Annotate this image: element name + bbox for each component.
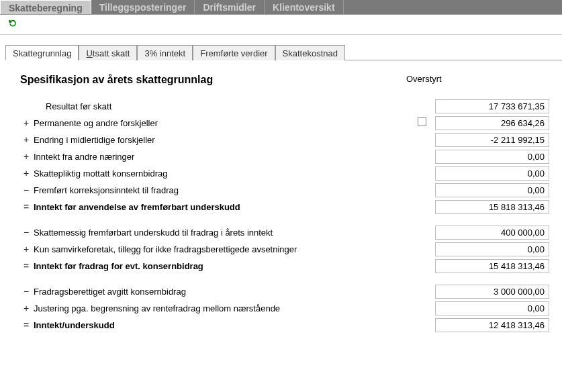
row-samvirkeforetak: + Kun samvirkeforetak, tillegg for ikke … [20,241,555,257]
label: Skattemessig fremførbart underskudd til … [32,228,408,238]
op: = [20,260,32,271]
label: Inntekt før fradrag for evt. konsernbidr… [32,261,408,271]
subtab-utsatt-skatt[interactable]: Utsatt skatt [79,45,137,60]
overstyrt-checkbox[interactable] [418,117,426,126]
row-fremforbart-underskudd: − Skattemessig fremførbart underskudd ti… [20,224,555,240]
op: + [20,151,32,162]
row-endring-midlertidige: + Endring i midlertidige forskjeller -2 … [20,132,555,148]
subtab-skattekostnad[interactable]: Skattekostnad [275,45,345,60]
op: = [20,320,32,330]
value-field[interactable]: 15 818 313,46 [435,200,549,214]
op: + [20,134,32,145]
subtab-3-inntekt[interactable]: 3% inntekt [137,45,193,60]
tab-tilleggsposteringer[interactable]: Tilleggsposteringer [91,0,195,14]
row-permanente-forskjeller: + Permanente og andre forskjeller 296 63… [20,115,555,131]
value-field[interactable]: 0,00 [435,166,549,181]
row-avgitt-konsernbidrag: − Fradragsberettiget avgitt konsernbidra… [20,283,555,299]
value-field[interactable]: 400 000,00 [435,226,549,240]
row-inntekt-underskudd: = Inntekt/underskudd 12 418 313,46 [20,317,555,333]
tab-driftsmidler[interactable]: Driftsmidler [195,0,265,14]
row-inntekt-andre-naeringer: + Inntekt fra andre næringer 0,00 [20,148,555,164]
row-inntekt-for-fremforbart: = Inntekt før anvendelse av fremførbart … [20,199,555,215]
label: Inntekt før anvendelse av fremførbart un… [32,202,408,212]
row-mottatt-konsernbidrag: + Skattepliktig mottatt konsernbidrag 0,… [20,165,555,181]
label: Endring i midlertidige forskjeller [32,135,408,145]
row-justering-rentefradrag: + Justering pga. begrensning av rentefra… [20,300,555,316]
subtab-fremforte-verdier[interactable]: Fremførte verdier [193,45,275,60]
op: − [20,286,32,297]
tab-klientoversikt[interactable]: Klientoversikt [265,0,344,14]
calculation-rows: Resultat før skatt 17 733 671,35 + Perma… [20,98,555,333]
value-field[interactable]: 0,00 [435,150,549,164]
value-field[interactable]: 296 634,26 [435,116,549,130]
sub-tabs: Skattegrunnlag Utsatt skatt 3% inntekt F… [5,44,562,60]
op: − [20,185,32,195]
subtab-skattegrunnlag[interactable]: Skattegrunnlag [5,45,79,60]
label: Fremført korreksjonsinntekt til fradrag [32,185,408,195]
row-resultat-for-skatt: Resultat før skatt 17 733 671,35 [20,98,555,114]
section-title: Spesifikasjon av årets skattegrunnlag [20,74,555,86]
value-field[interactable]: -2 211 992,15 [435,133,549,147]
top-tabs: Skatteberegning Tilleggsposteringer Drif… [0,0,562,15]
subtab-utsatt-skatt-rest: tsatt skatt [93,48,130,58]
op: + [20,117,32,128]
value-field[interactable]: 0,00 [435,183,549,197]
row-fremfort-korreksjonsinntekt: − Fremført korreksjonsinntekt til fradra… [20,182,555,198]
label: Resultat før skatt [32,101,408,111]
op: + [20,244,32,254]
value-field[interactable]: 15 418 313,46 [435,259,549,273]
row-inntekt-for-fradrag-konsernbidrag: = Inntekt før fradrag for evt. konsernbi… [20,258,555,274]
op: + [20,303,32,313]
value-field[interactable]: 3 000 000,00 [435,285,549,299]
op: + [20,168,32,179]
underline-u: U [86,48,92,58]
tab-skatteberegning[interactable]: Skatteberegning [0,0,91,14]
label: Inntekt/underskudd [32,320,408,330]
label: Inntekt fra andre næringer [32,152,408,162]
value-field[interactable]: 0,00 [435,301,549,315]
value-field[interactable]: 12 418 313,46 [435,318,549,332]
content-area: Spesifikasjon av årets skattegrunnlag Ov… [0,60,562,340]
label: Fradragsberettiget avgitt konsernbidrag [32,287,408,297]
label: Skattepliktig mottatt konsernbidrag [32,168,408,179]
op: − [20,227,32,238]
refresh-icon[interactable] [8,19,17,30]
toolbar [0,15,562,35]
value-field[interactable]: 17 733 671,35 [435,99,549,113]
op: = [20,201,32,212]
label: Kun samvirkeforetak, tillegg for ikke fr… [32,244,408,254]
value-field[interactable]: 0,00 [435,242,549,256]
label: Permanente og andre forskjeller [32,118,408,128]
chk-col [408,117,435,128]
overstyrt-header: Overstyrt [406,74,442,84]
label: Justering pga. begrensning av rentefradr… [32,303,408,313]
